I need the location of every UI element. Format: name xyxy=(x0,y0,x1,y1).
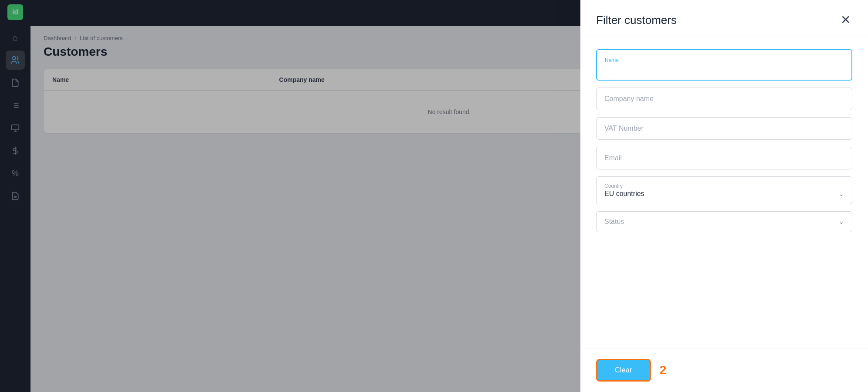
status-chevron-icon: ⌄ xyxy=(839,218,844,225)
email-field-container xyxy=(596,147,852,169)
filter-title: Filter customers xyxy=(596,14,677,27)
modal-overlay: Filter customers ✕ Name Country xyxy=(0,0,868,392)
filter-footer: Clear 2 xyxy=(580,348,868,392)
vat-input[interactable] xyxy=(604,125,844,132)
country-label: Country xyxy=(604,183,844,189)
name-field-container: Name xyxy=(596,49,852,81)
vat-field-container xyxy=(596,117,852,140)
country-value: EU countries ⌄ xyxy=(604,190,844,198)
clear-button[interactable]: Clear xyxy=(596,359,651,382)
filter-panel: Filter customers ✕ Name Country xyxy=(580,0,868,392)
country-chevron-icon: ⌄ xyxy=(839,190,844,197)
name-input[interactable] xyxy=(605,65,844,73)
filter-body: Name Country EU countries ⌄ xyxy=(580,37,868,348)
email-input[interactable] xyxy=(604,154,844,162)
status-placeholder: Status ⌄ xyxy=(604,218,844,226)
status-dropdown[interactable]: Status ⌄ xyxy=(596,211,852,232)
step-badge: 2 xyxy=(660,363,667,377)
company-field-container xyxy=(596,88,852,110)
company-input[interactable] xyxy=(604,95,844,103)
filter-header: Filter customers ✕ xyxy=(580,0,868,37)
name-label: Name xyxy=(605,57,844,63)
country-dropdown[interactable]: Country EU countries ⌄ xyxy=(596,176,852,204)
close-button[interactable]: ✕ xyxy=(839,12,852,28)
